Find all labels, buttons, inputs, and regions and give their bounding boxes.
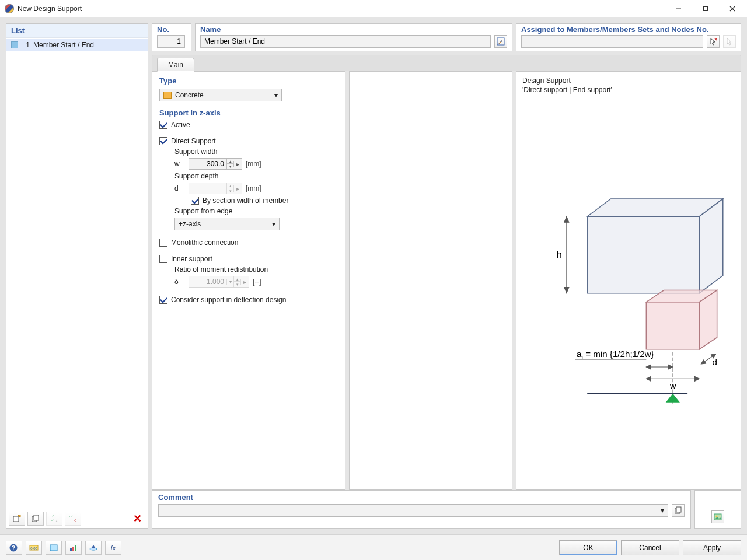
svg-rect-1 bbox=[704, 6, 708, 10]
window-title: New Design Support bbox=[18, 5, 665, 13]
minimize-button[interactable] bbox=[665, 0, 692, 18]
maximize-button[interactable] bbox=[692, 0, 719, 18]
titlebar: New Design Support bbox=[0, 0, 747, 18]
app-icon bbox=[5, 4, 14, 13]
close-button[interactable] bbox=[719, 0, 746, 18]
